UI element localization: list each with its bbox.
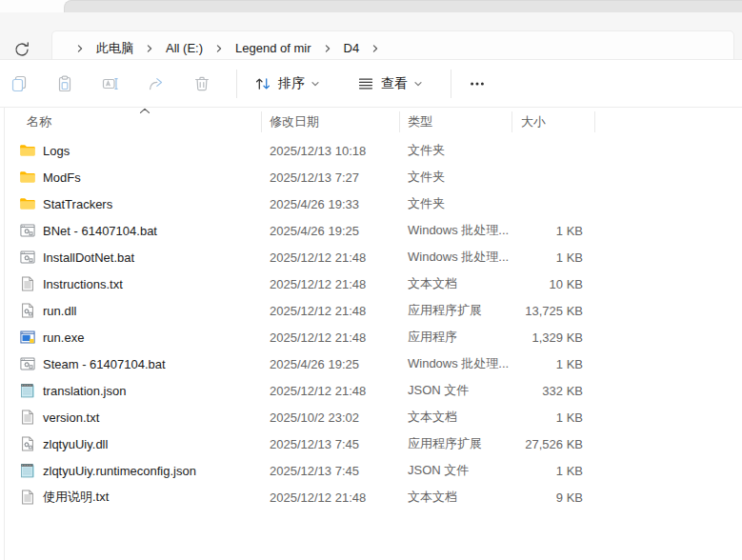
file-row[interactable]: Logs2025/12/13 10:18文件夹 xyxy=(0,137,742,164)
date-modified-cell: 2025/12/12 21:48 xyxy=(262,250,400,265)
more-options-button[interactable] xyxy=(459,67,495,101)
file-name-cell: Logs xyxy=(0,142,262,159)
size-cell: 27,526 KB xyxy=(512,437,595,451)
file-row[interactable]: version.txt2025/10/2 23:02文本文档1 KB xyxy=(0,404,742,430)
file-name-cell: zlqtyuUiy.runtimeconfig.json xyxy=(0,462,262,479)
file-name: translation.json xyxy=(43,384,126,398)
date-modified-cell: 2025/12/12 21:48 xyxy=(262,330,400,345)
date-modified-cell: 2025/12/12 21:48 xyxy=(262,304,400,318)
file-row[interactable]: 使用说明.txt2025/12/12 21:48文本文档9 KB xyxy=(0,484,742,510)
file-row[interactable]: zlqtyuUiy.dll2025/12/13 7:45应用程序扩展27,526… xyxy=(0,430,742,457)
folder-icon xyxy=(19,169,36,186)
type-cell: 应用程序扩展 xyxy=(400,435,512,452)
type-cell: Windows 批处理... xyxy=(400,249,512,266)
file-name-cell: StatTrackers xyxy=(0,195,262,212)
column-header-date-modified[interactable]: 修改日期 xyxy=(262,111,400,132)
column-headers: 名称修改日期类型大小 xyxy=(0,107,742,136)
file-name: BNet - 61407104.bat xyxy=(43,224,157,238)
view-button[interactable]: 查看 xyxy=(348,67,431,101)
chevron-down-icon xyxy=(311,79,320,89)
file-row[interactable]: BNet - 61407104.bat2025/4/26 19:25Window… xyxy=(0,217,742,244)
file-row[interactable]: Instructions.txt2025/12/12 21:48文本文档10 K… xyxy=(0,270,742,297)
view-list-icon xyxy=(356,74,375,93)
refresh-icon xyxy=(12,40,31,59)
date-modified-cell: 2025/12/13 7:45 xyxy=(262,437,400,451)
type-cell: 文本文档 xyxy=(400,275,512,292)
size-cell: 1 KB xyxy=(512,224,595,238)
tab-strip xyxy=(0,0,742,12)
file-name-cell: version.txt xyxy=(0,409,262,426)
type-cell: Windows 批处理... xyxy=(400,222,512,239)
view-button-label: 查看 xyxy=(381,75,408,92)
date-modified-cell: 2025/12/12 21:48 xyxy=(262,384,400,398)
breadcrumb-item-2[interactable]: All (E:) xyxy=(158,36,211,60)
file-name-cell: ModFs xyxy=(0,169,262,186)
copy-icon xyxy=(10,74,29,93)
file-name: version.txt xyxy=(43,410,99,425)
date-modified-cell: 2025/4/26 19:25 xyxy=(262,224,400,238)
chevron-right-icon xyxy=(71,44,89,53)
file-name: Logs xyxy=(43,144,70,158)
file-name-cell: Instructions.txt xyxy=(0,275,262,292)
file-row[interactable]: InstallDotNet.bat2025/12/12 21:48Windows… xyxy=(0,244,742,270)
type-cell: 文件夹 xyxy=(400,169,512,186)
paste-icon xyxy=(55,74,74,93)
file-name: InstallDotNet.bat xyxy=(43,250,134,265)
file-name-cell: run.dll xyxy=(0,302,262,319)
breadcrumb-item-3[interactable]: Legend of mir xyxy=(228,36,319,60)
type-cell: 文本文档 xyxy=(400,489,512,506)
breadcrumb-item-1[interactable]: 此电脑 xyxy=(89,35,141,62)
toolbar-separator xyxy=(236,70,237,98)
share-icon xyxy=(147,74,166,93)
date-modified-cell: 2025/12/12 21:48 xyxy=(262,277,400,291)
sort-button[interactable]: 排序 xyxy=(245,67,329,101)
file-name: StatTrackers xyxy=(43,197,112,211)
chevron-right-icon xyxy=(367,44,384,53)
file-explorer-window: 此电脑All (E:)Legend of mirD4 排序 查看 名称修改日期类… xyxy=(0,0,742,560)
text-file-icon xyxy=(19,489,36,506)
size-cell: 332 KB xyxy=(512,384,595,398)
rename-icon xyxy=(101,74,120,93)
file-row[interactable]: run.dll2025/12/12 21:48应用程序扩展13,725 KB xyxy=(0,297,742,324)
breadcrumb-item-4[interactable]: D4 xyxy=(336,36,368,60)
size-cell: 1 KB xyxy=(512,357,595,371)
breadcrumb: 此电脑All (E:)Legend of mirD4 xyxy=(71,35,384,62)
dll-file-icon xyxy=(19,302,36,319)
file-row[interactable]: Steam - 61407104.bat2025/4/26 19:25Windo… xyxy=(0,350,742,377)
size-cell: 1 KB xyxy=(512,464,595,478)
column-header-type[interactable]: 类型 xyxy=(400,111,512,132)
rename-button[interactable] xyxy=(91,67,130,101)
column-header-size[interactable]: 大小 xyxy=(512,111,595,132)
more-icon xyxy=(468,74,487,93)
size-cell: 1,329 KB xyxy=(512,330,595,345)
file-row[interactable]: StatTrackers2025/4/26 19:33文件夹 xyxy=(0,190,742,217)
date-modified-cell: 2025/4/26 19:25 xyxy=(262,357,400,371)
file-row[interactable]: zlqtyuUiy.runtimeconfig.json2025/12/13 7… xyxy=(0,457,742,484)
file-name-cell: BNet - 61407104.bat xyxy=(0,222,262,239)
delete-button[interactable] xyxy=(183,67,221,101)
size-cell: 9 KB xyxy=(512,490,595,505)
folder-icon xyxy=(19,195,36,212)
date-modified-cell: 2025/12/12 21:48 xyxy=(262,490,400,505)
column-header-name[interactable]: 名称 xyxy=(0,111,262,132)
file-name: zlqtyuUiy.runtimeconfig.json xyxy=(43,464,196,478)
copy-button[interactable] xyxy=(0,67,38,101)
type-cell: 应用程序 xyxy=(400,329,512,346)
batch-file-icon xyxy=(19,222,36,239)
date-modified-cell: 2025/4/26 19:33 xyxy=(262,197,400,211)
refresh-button[interactable] xyxy=(10,38,33,61)
share-button[interactable] xyxy=(137,67,175,101)
dll-file-icon xyxy=(19,435,36,452)
file-name: Steam - 61407104.bat xyxy=(43,357,166,371)
file-row[interactable]: translation.json2025/12/12 21:48JSON 文件3… xyxy=(0,377,742,404)
chevron-right-icon xyxy=(211,44,228,53)
paste-button[interactable] xyxy=(46,67,84,101)
size-cell: 13,725 KB xyxy=(512,304,595,318)
text-file-icon xyxy=(19,275,36,292)
type-cell: 应用程序扩展 xyxy=(400,302,512,319)
chevron-right-icon xyxy=(319,44,336,53)
folder-icon xyxy=(19,142,36,159)
file-row[interactable]: ModFs2025/12/13 7:27文件夹 xyxy=(0,164,742,190)
file-row[interactable]: run.exe2025/12/12 21:48应用程序1,329 KB xyxy=(0,324,742,350)
batch-file-icon xyxy=(19,355,36,372)
